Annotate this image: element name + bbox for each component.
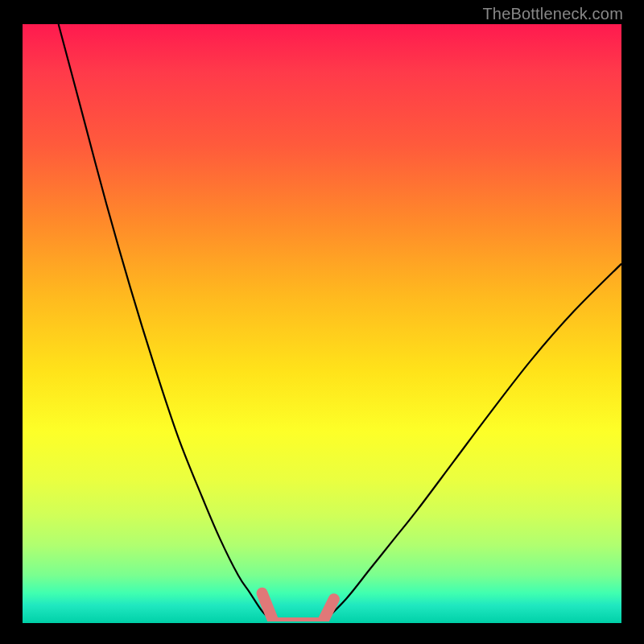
plot-area <box>23 24 621 623</box>
watermark-text: TheBottleneck.com <box>482 5 623 23</box>
bottom-highlight <box>262 593 334 623</box>
curve-right <box>322 264 621 623</box>
curve-left <box>59 24 275 623</box>
chart-container: TheBottleneck.com <box>0 0 644 644</box>
chart-svg <box>23 24 621 623</box>
baseline <box>23 621 621 623</box>
